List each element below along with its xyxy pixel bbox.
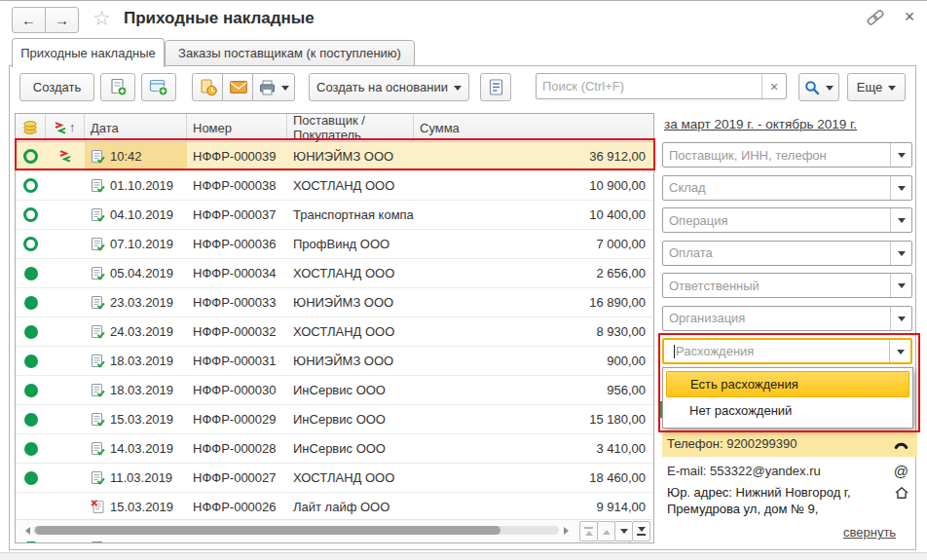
cell-number: НФФР-000037	[187, 201, 287, 229]
page-title: Приходные накладные	[124, 9, 315, 28]
row-status-cell	[16, 230, 46, 258]
table-row[interactable]: 23.03.2019 НФФР-000033 ЮНИЭЙМЗ ООО 16 89…	[16, 288, 653, 317]
combo-dropdown-button[interactable]	[890, 143, 911, 167]
table-row[interactable]: 05.04.2019 НФФР-000034 ХОСТЛАНД ООО 2 65…	[16, 259, 653, 288]
go-first-button[interactable]	[579, 521, 598, 541]
search-clear-icon[interactable]: ×	[761, 74, 786, 98]
document-history-button[interactable]	[192, 73, 225, 101]
more-button[interactable]: Еще	[847, 73, 906, 101]
combo-placeholder: Операция	[663, 208, 890, 232]
row-date-cell: 24.03.2019	[85, 317, 187, 346]
reports-button[interactable]	[480, 73, 511, 101]
go-next-button[interactable]	[614, 521, 633, 541]
dropdown-item-no-discrepancies[interactable]: Нет расхождений	[663, 397, 912, 424]
row-status-cell	[16, 259, 46, 287]
cell-number: НФФР-000039	[187, 142, 287, 170]
combo-dropdown-button[interactable]	[890, 274, 911, 297]
table-row[interactable]: 01.10.2019 НФФР-000038 ХОСТЛАНД ООО 10 9…	[16, 171, 653, 201]
new-document-button[interactable]	[100, 73, 135, 101]
combo-dropdown-button[interactable]	[889, 340, 910, 362]
tab-supplier-orders[interactable]: Заказы поставщикам (к поступлению)	[165, 40, 415, 66]
doc-posted-icon	[91, 470, 105, 485]
period-link[interactable]: за март 2019 г. - октябрь 2019 г.	[664, 117, 857, 131]
cell-date-text: 18.03.2019	[110, 383, 173, 397]
contact-email-row[interactable]: E-mail: 553322@yandex.ru @	[662, 460, 917, 481]
go-last-button[interactable]	[632, 521, 650, 541]
invoices-table: ↑ Дата Номер Поставщик / Покупатель Сумм…	[15, 113, 654, 543]
cell-sum: 7 000,00	[414, 230, 653, 258]
table-row[interactable]: 15.03.2019 НФФР-000029 ИнСервис ООО 15 1…	[16, 405, 653, 434]
contact-phone-row[interactable]: Телефон: 9200299390	[662, 430, 917, 457]
filter-combo-0[interactable]: Поставщик, ИНН, телефон	[662, 142, 912, 168]
table-row[interactable]: 11.03.2019 НФФР-000027 ХОСТЛАНД ООО 18 4…	[16, 464, 653, 493]
table-row[interactable]: 18.03.2019 НФФР-000030 ИнСервис ООО 956,…	[16, 376, 653, 405]
row-date-cell: 23.03.2019	[85, 288, 187, 317]
column-header-partner[interactable]: Поставщик / Покупатель	[287, 114, 414, 141]
tab-incoming-invoices[interactable]: Приходные накладные	[12, 38, 165, 67]
table-row[interactable]: 07.10.2019 НФФР-000036 ПрофВинд ООО 7 00…	[16, 230, 653, 259]
create-based-on-button[interactable]: Создать на основании	[309, 73, 469, 101]
table-row[interactable]: 14.03.2019 НФФР-000028 ИнСервис ООО 3 41…	[16, 434, 653, 464]
doc-posted-icon	[91, 295, 105, 310]
contact-address[interactable]: Юр. адрес: Нижний Новгород г, Премудрова…	[667, 484, 881, 517]
search-options-button[interactable]	[798, 73, 839, 101]
filter-combo-4[interactable]: Ответственный	[662, 273, 912, 298]
combo-dropdown-button[interactable]	[890, 307, 911, 330]
go-prev-button[interactable]	[597, 521, 615, 541]
status-icon	[24, 296, 38, 310]
column-header-number[interactable]: Номер	[187, 114, 287, 141]
close-icon[interactable]: ×	[901, 7, 918, 27]
cell-date-text: 07.10.2019	[110, 237, 173, 251]
home-icon	[894, 486, 909, 500]
dropdown-item-has-discrepancies[interactable]: Есть расхождения	[666, 371, 909, 397]
cell-partner: ХОСТЛАНД ООО	[287, 317, 414, 346]
scrollbar-track[interactable]	[33, 526, 559, 535]
print-button[interactable]	[252, 73, 295, 101]
column-header-discrepancy[interactable]: ↑	[46, 114, 85, 141]
coins-icon	[22, 121, 38, 134]
horizontal-scrollbar[interactable]	[17, 519, 652, 541]
table-row[interactable]: 18.03.2019 НФФР-000031 ЮНИЭЙМЗ ООО 900,0…	[16, 347, 653, 376]
status-icon	[24, 413, 38, 427]
filter-combo-1[interactable]: Склад	[662, 175, 912, 201]
send-email-button[interactable]	[222, 73, 255, 101]
filter-combo-5[interactable]: Организация	[662, 306, 912, 331]
table-row[interactable]: 24.03.2019 НФФР-000032 ХОСТЛАНД ООО 8 93…	[16, 317, 653, 347]
back-button[interactable]: ←	[12, 7, 46, 33]
scroll-left-icon[interactable]	[21, 527, 30, 535]
table-row[interactable]: 15.03.2019 НФФР-000026 Лайт лайф ООО 9 9…	[16, 493, 653, 522]
table-row[interactable]: 10:42 НФФР-000039 ЮНИЭЙМЗ ООО 36 912,00	[16, 142, 653, 171]
new-group-button[interactable]	[141, 73, 176, 101]
row-status-cell	[16, 493, 46, 521]
combo-dropdown-button[interactable]	[890, 208, 911, 232]
scrollbar-thumb[interactable]	[35, 526, 501, 535]
column-header-currency[interactable]	[16, 114, 46, 141]
column-header-sum[interactable]: Сумма	[414, 114, 653, 141]
favorite-star-icon[interactable]: ☆	[93, 8, 111, 29]
forward-button[interactable]: →	[45, 7, 79, 33]
cell-sum: 2 656,00	[414, 259, 653, 287]
table-row[interactable]: 04.10.2019 НФФР-000037 Транспортная комп…	[16, 201, 653, 230]
discrepancy-filter-combo[interactable]: Расхождения	[662, 338, 912, 364]
at-sign-icon: @	[894, 463, 908, 479]
status-icon	[23, 207, 38, 222]
combo-dropdown-button[interactable]	[890, 242, 911, 265]
get-link-icon[interactable]	[865, 10, 886, 26]
search-icon	[804, 80, 820, 95]
new-form-icon	[149, 78, 168, 96]
filter-combo-2[interactable]: Операция	[662, 207, 912, 233]
printer-icon	[259, 80, 276, 95]
search-input[interactable]	[537, 74, 761, 98]
cell-date-text: 14.03.2019	[110, 441, 173, 456]
cell-partner: ХОСТЛАНД ООО	[287, 259, 414, 287]
cell-sum: 15 180,00	[414, 405, 653, 433]
cell-partner: ХОСТЛАНД ООО	[287, 464, 414, 492]
filter-combo-3[interactable]: Оплата	[662, 241, 912, 266]
scroll-right-icon[interactable]	[564, 527, 573, 535]
create-button[interactable]: Создать	[19, 73, 94, 101]
status-icon	[24, 267, 38, 280]
collapse-link[interactable]: свернуть	[843, 525, 896, 540]
cell-number: НФФР-000033	[187, 288, 287, 317]
combo-dropdown-button[interactable]	[890, 176, 911, 200]
column-header-date[interactable]: Дата	[85, 114, 187, 141]
